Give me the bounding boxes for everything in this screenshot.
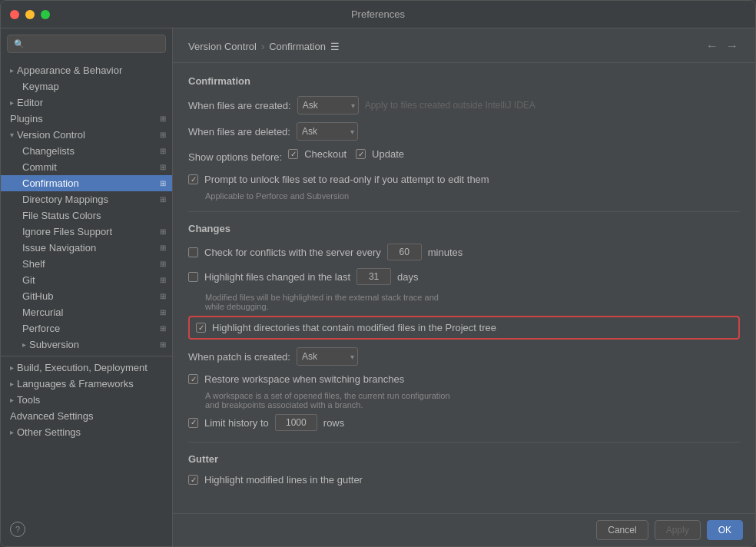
when-deleted-row: When files are deleted: Ask ▾ xyxy=(188,122,740,141)
restore-workspace-checkbox[interactable] xyxy=(188,374,198,384)
arrow-icon: ▸ xyxy=(10,396,14,404)
limit-history-row: Limit history to rows xyxy=(188,414,740,431)
highlight-dirs-checkbox[interactable] xyxy=(196,323,206,333)
sidebar-label: Keymap xyxy=(22,81,59,92)
nav-arrows: ← → xyxy=(705,38,740,55)
sidebar-item-other[interactable]: ▸ Other Settings xyxy=(1,424,172,440)
ok-button[interactable]: OK xyxy=(707,520,743,540)
check-conflicts-input[interactable] xyxy=(387,244,422,260)
sidebar-label: Tools xyxy=(17,394,40,406)
main-content: 🔍 ▸ Appearance & Behavior Keymap ▸ Edito… xyxy=(1,28,755,546)
sidebar-item-git[interactable]: Git ⊞ xyxy=(1,272,172,288)
sidebar-item-keymap[interactable]: Keymap xyxy=(1,78,172,94)
limit-history-checkbox[interactable] xyxy=(188,418,198,428)
when-patch-label: When patch is created: xyxy=(188,351,290,363)
arrow-icon: ▸ xyxy=(10,66,14,75)
help-button[interactable]: ? xyxy=(10,522,25,537)
sidebar-item-commit[interactable]: Commit ⊞ xyxy=(1,159,172,175)
prompt-unlock-checkbox[interactable] xyxy=(188,174,198,184)
when-deleted-dropdown-wrapper: Ask ▾ xyxy=(297,122,358,141)
checkout-label: Checkout xyxy=(304,148,346,160)
checkout-option: Checkout xyxy=(288,148,346,160)
arrow-icon: ▸ xyxy=(10,363,14,372)
sidebar-item-build[interactable]: ▸ Build, Execution, Deployment xyxy=(1,360,172,376)
highlight-gutter-checkbox[interactable] xyxy=(188,475,198,485)
title-bar: Preferences xyxy=(1,1,755,28)
back-button[interactable]: ← xyxy=(705,38,720,55)
sidebar-label: Git xyxy=(22,274,35,286)
apply-button[interactable]: Apply xyxy=(655,520,701,540)
sidebar-item-appearance[interactable]: ▸ Appearance & Behavior xyxy=(1,62,172,78)
mercurial-icon: ⊞ xyxy=(160,308,166,317)
sidebar-item-ignore-files[interactable]: Ignore Files Support ⊞ xyxy=(1,224,172,240)
sidebar-item-version-control[interactable]: ▾ Version Control ⊞ xyxy=(1,127,172,143)
arrow-icon: ▸ xyxy=(22,340,26,349)
restore-workspace-note: A workspace is a set of opened files, th… xyxy=(205,391,740,409)
sidebar-label: Appearance & Behavior xyxy=(17,65,122,76)
breadcrumb: Version Control › Confirmation ☰ xyxy=(188,41,340,52)
when-deleted-label: When files are deleted: xyxy=(188,126,290,138)
sidebar-item-file-status-colors[interactable]: File Status Colors xyxy=(1,207,172,224)
sidebar-item-changelists[interactable]: Changelists ⊞ xyxy=(1,143,172,159)
check-conflicts-row: Check for conflicts with the server ever… xyxy=(188,244,740,260)
when-patch-row: When patch is created: Ask ▾ xyxy=(188,347,740,366)
when-created-label: When files are created: xyxy=(188,100,291,111)
sidebar-item-languages[interactable]: ▸ Languages & Frameworks xyxy=(1,376,172,392)
sidebar-item-tools[interactable]: ▸ Tools xyxy=(1,392,172,408)
highlight-note: Modified files will be highlighted in th… xyxy=(205,293,740,311)
check-conflicts-checkbox[interactable] xyxy=(188,247,198,257)
sidebar-item-issue-navigation[interactable]: Issue Navigation ⊞ xyxy=(1,240,172,256)
when-created-row: When files are created: Ask ▾ Apply to f… xyxy=(188,96,740,114)
highlight-dirs-row: Highlight directories that contain modif… xyxy=(188,316,740,340)
minimize-button[interactable] xyxy=(25,10,35,19)
breadcrumb-separator: › xyxy=(261,41,264,52)
sidebar-item-subversion[interactable]: ▸ Subversion ⊞ xyxy=(1,336,172,353)
sidebar-item-shelf[interactable]: Shelf ⊞ xyxy=(1,256,172,272)
when-deleted-dropdown[interactable]: Ask xyxy=(297,122,358,141)
sidebar-item-github[interactable]: GitHub ⊞ xyxy=(1,288,172,304)
sidebar-item-editor[interactable]: ▸ Editor xyxy=(1,94,172,111)
highlight-gutter-label: Highlight modified lines in the gutter xyxy=(204,474,363,486)
cancel-button[interactable]: Cancel xyxy=(596,520,648,540)
vc-icon: ⊞ xyxy=(160,131,166,139)
arrow-icon: ▸ xyxy=(10,428,14,436)
maximize-button[interactable] xyxy=(41,10,50,19)
when-patch-dropdown[interactable]: Ask xyxy=(297,347,358,366)
close-button[interactable] xyxy=(10,10,19,19)
update-checkbox[interactable] xyxy=(356,149,366,159)
highlight-changed-row: Highlight files changed in the last days xyxy=(188,268,740,285)
perforce-icon: ⊞ xyxy=(160,324,166,333)
highlight-changed-input[interactable] xyxy=(356,268,391,285)
show-options-label: Show options before: xyxy=(188,151,282,163)
preferences-window: Preferences 🔍 ▸ Appearance & Behavior Ke… xyxy=(0,0,756,547)
arrow-icon: ▸ xyxy=(10,380,14,388)
prompt-unlock-label: Prompt to unlock files set to read-only … xyxy=(204,174,489,185)
when-created-dropdown[interactable]: Ask xyxy=(297,96,359,114)
sidebar-label: Subversion xyxy=(29,339,79,350)
highlight-changed-checkbox[interactable] xyxy=(188,272,198,282)
limit-history-input[interactable] xyxy=(275,414,317,431)
sidebar-item-confirmation[interactable]: Confirmation ⊞ xyxy=(1,175,172,191)
sidebar-item-plugins[interactable]: Plugins ⊞ xyxy=(1,111,172,127)
sidebar-item-advanced[interactable]: Advanced Settings xyxy=(1,408,172,424)
arrow-icon: ▸ xyxy=(10,98,14,107)
nav-tree: ▸ Appearance & Behavior Keymap ▸ Editor … xyxy=(1,59,172,519)
applicable-note: Applicable to Perforce and Subversion xyxy=(205,191,740,201)
sidebar-item-mercurial[interactable]: Mercurial ⊞ xyxy=(1,304,172,320)
sidebar-footer: ? xyxy=(1,519,172,546)
section-confirmation-title: Confirmation xyxy=(188,75,740,87)
check-conflicts-label: Check for conflicts with the server ever… xyxy=(204,247,381,258)
breadcrumb-icon: ☰ xyxy=(330,41,340,52)
sidebar-label: File Status Colors xyxy=(22,210,101,221)
sidebar-item-directory-mappings[interactable]: Directory Mappings ⊞ xyxy=(1,191,172,207)
search-input[interactable] xyxy=(29,38,159,49)
forward-button[interactable]: → xyxy=(724,38,740,55)
traffic-lights xyxy=(10,10,50,19)
sidebar-item-perforce[interactable]: Perforce ⊞ xyxy=(1,320,172,336)
when-created-dropdown-wrapper: Ask ▾ xyxy=(297,96,359,114)
search-box[interactable]: 🔍 xyxy=(7,35,166,53)
sidebar-label: Changelists xyxy=(22,145,75,157)
show-options-row: Show options before: Checkout Update xyxy=(188,148,740,166)
sidebar-label: Build, Execution, Deployment xyxy=(17,362,148,373)
checkout-checkbox[interactable] xyxy=(288,149,298,159)
